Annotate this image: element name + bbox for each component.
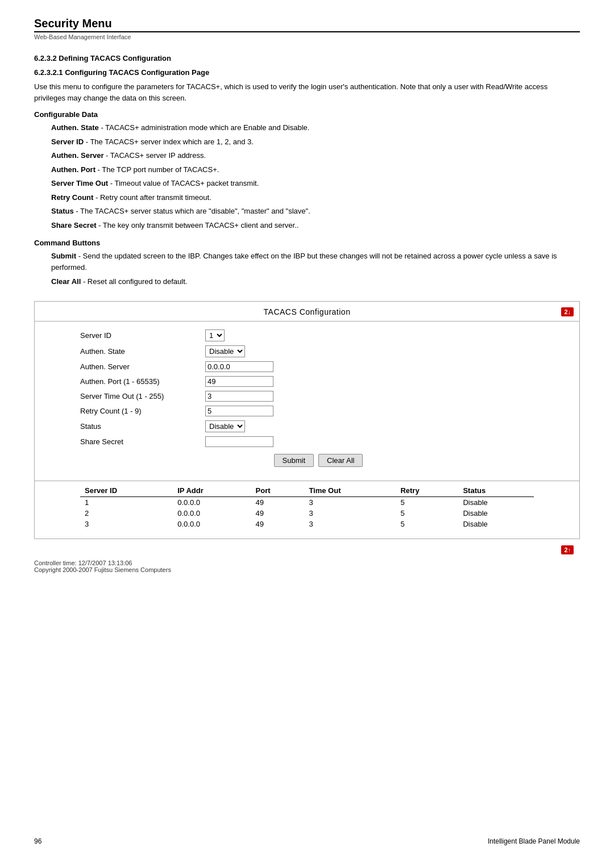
form-row: Share Secret [80, 436, 557, 447]
page-subtitle: Web-Based Management Interface [34, 34, 580, 40]
server-table: Server IDIP AddrPortTime OutRetryStatus1… [80, 485, 534, 529]
table-cell-retry: 5 [396, 519, 458, 529]
form-label: Authen. Server [80, 362, 205, 371]
form-row: StatusDisableMasterSlave [80, 420, 557, 432]
table-cell-time_out: 3 [304, 519, 396, 529]
table-cell-ip_addr: 0.0.0.0 [173, 496, 251, 508]
form-label: Authen. Port (1 - 65535) [80, 377, 205, 386]
table-header: Retry [396, 485, 458, 497]
data-item-label: Share Secret [51, 221, 97, 229]
form-row: Authen. Server [80, 361, 557, 372]
form-row: Retry Count (1 - 9) [80, 406, 557, 416]
separator [35, 481, 579, 481]
form-label: Server Time Out (1 - 255) [80, 392, 205, 400]
table-cell-ip_addr: 0.0.0.0 [173, 519, 251, 529]
form-row: Authen. StateDisableEnable [80, 345, 557, 357]
form-row: Authen. Port (1 - 65535) [80, 376, 557, 387]
submit-button[interactable]: Submit [274, 454, 314, 467]
description-text: Use this menu to configure the parameter… [34, 81, 580, 103]
form-label: Status [80, 422, 205, 431]
table-header: Time Out [304, 485, 396, 497]
data-item-label: Authen. State [51, 123, 99, 132]
table-cell-status: Disable [458, 519, 534, 529]
controller-time: Controller time: 12/7/2007 13:13:06 [34, 560, 580, 566]
page-title: Security Menu [34, 17, 580, 32]
data-item-label: Server Time Out [51, 179, 108, 187]
form-input-7[interactable] [205, 436, 273, 447]
cmd-item-label: Clear All [51, 277, 81, 286]
table-container: Server IDIP AddrPortTime OutRetryStatus1… [35, 485, 579, 529]
table-cell-port: 49 [251, 508, 305, 519]
form-input-4[interactable] [205, 391, 273, 402]
table-cell-port: 49 [251, 496, 305, 508]
data-item-label: Status [51, 207, 74, 215]
page-number: 96 [34, 837, 42, 845]
form-row: Server Time Out (1 - 255) [80, 391, 557, 402]
footer-area: Controller time: 12/7/2007 13:13:06 Copy… [34, 560, 580, 573]
table-header: Port [251, 485, 305, 497]
form-area: Server ID123Authen. StateDisableEnableAu… [35, 322, 579, 481]
table-cell-server_id: 3 [80, 519, 173, 529]
data-item: Authen. Server - TACACS+ server IP addre… [51, 150, 580, 161]
table-cell-status: Disable [458, 508, 534, 519]
form-select-1[interactable]: DisableEnable [205, 345, 245, 357]
product-name: Intelligent Blade Panel Module [488, 837, 580, 845]
nav-icon-top[interactable]: 2↓ [561, 307, 574, 316]
data-item: Server Time Out - Timeout value of TACAC… [51, 178, 580, 189]
table-cell-status: Disable [458, 496, 534, 508]
tacacs-panel: TACACS Configuration 2↓ Server ID123Auth… [34, 301, 580, 539]
table-header: Status [458, 485, 534, 497]
form-label: Retry Count (1 - 9) [80, 407, 205, 415]
data-item-label: Retry Count [51, 193, 93, 202]
table-row: 20.0.0.04935Disable [80, 508, 534, 519]
data-item: Share Secret - The key only transmit bet… [51, 220, 580, 231]
command-buttons-heading: Command Buttons [34, 239, 580, 247]
form-select-6[interactable]: DisableMasterSlave [205, 420, 245, 432]
cmd-item: Clear All - Reset all configured to defa… [51, 276, 580, 287]
form-input-5[interactable] [205, 406, 273, 416]
form-row: Server ID123 [80, 329, 557, 341]
form-select-0[interactable]: 123 [205, 329, 225, 341]
form-input-3[interactable] [205, 376, 273, 387]
table-cell-ip_addr: 0.0.0.0 [173, 508, 251, 519]
table-cell-time_out: 3 [304, 508, 396, 519]
form-label: Authen. State [80, 347, 205, 356]
table-header: IP Addr [173, 485, 251, 497]
table-cell-server_id: 1 [80, 496, 173, 508]
table-cell-retry: 5 [396, 496, 458, 508]
table-cell-port: 49 [251, 519, 305, 529]
data-item-label: Authen. Port [51, 165, 96, 174]
nav-icon-bottom[interactable]: 2↑ [561, 545, 574, 554]
cmd-item: Submit - Send the updated screen to the … [51, 251, 580, 273]
form-label: Server ID [80, 331, 205, 340]
cmd-items-list: Submit - Send the updated screen to the … [34, 251, 580, 287]
page-header: Security Menu Web-Based Management Inter… [34, 17, 580, 40]
data-item: Server ID - The TACACS+ server index whi… [51, 136, 580, 148]
data-item: Retry Count - Retry count after transmit… [51, 192, 580, 203]
data-item-label: Server ID [51, 137, 84, 146]
table-cell-server_id: 2 [80, 508, 173, 519]
cmd-item-label: Submit [51, 252, 76, 260]
section-heading: 6.2.3.2 Defining TACACS Configuration [34, 54, 580, 62]
table-cell-retry: 5 [396, 508, 458, 519]
data-item: Status - The TACACS+ server status which… [51, 206, 580, 217]
copyright: Copyright 2000-2007 Fujitsu Siemens Comp… [34, 566, 580, 573]
configurable-data-heading: Configurable Data [34, 110, 580, 119]
form-label: Share Secret [80, 437, 205, 446]
button-row: SubmitClear All [80, 454, 557, 467]
data-item: Authen. Port - The TCP port number of TA… [51, 164, 580, 176]
data-item: Authen. State - TACACS+ administration m… [51, 122, 580, 133]
clear-all-button[interactable]: Clear All [318, 454, 363, 467]
table-row: 10.0.0.04935Disable [80, 496, 534, 508]
section-subheading: 6.2.3.2.1 Configuring TACACS Configurati… [34, 68, 580, 77]
table-cell-time_out: 3 [304, 496, 396, 508]
form-input-2[interactable] [205, 361, 273, 372]
table-row: 30.0.0.04935Disable [80, 519, 534, 529]
panel-title: TACACS Configuration [35, 302, 579, 322]
config-items-list: Authen. State - TACACS+ administration m… [34, 122, 580, 231]
table-header: Server ID [80, 485, 173, 497]
data-item-label: Authen. Server [51, 151, 103, 160]
